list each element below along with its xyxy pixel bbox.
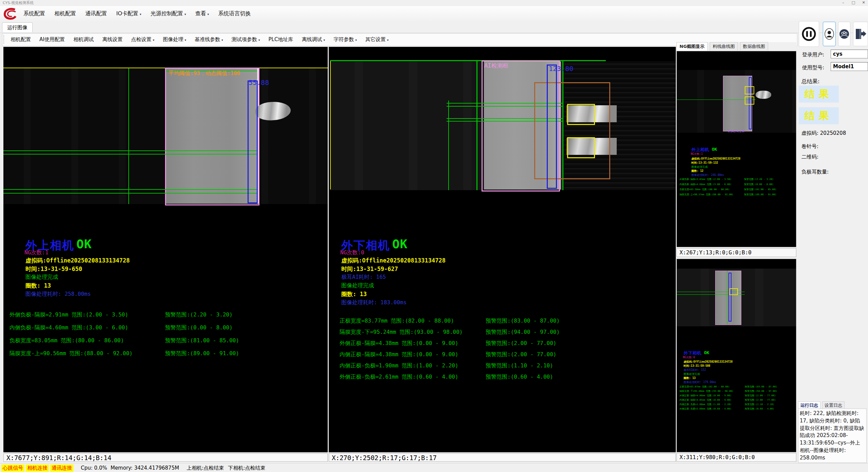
tab-ng-display[interactable]: NG截图显示 bbox=[676, 42, 708, 51]
menu-language-switch[interactable]: 系统语言切换 bbox=[218, 6, 251, 21]
measurement-warn-range: 预警范围:(94.00 - 97.00) bbox=[745, 389, 777, 393]
app-window: CYS-视觉检测系统 – □ ✕ 系统配置 相机配置 通讯配置 IO卡配置▾ 光… bbox=[0, 0, 868, 472]
minimize-button[interactable]: – bbox=[838, 0, 848, 6]
guide-line bbox=[3, 150, 257, 151]
metal-tab-image bbox=[756, 91, 771, 99]
measurement-row: 外侧负极-隔膜=2.91mm 范围:(2.00 - 3.50) 预警范围:(2.… bbox=[10, 311, 128, 319]
tab-run-log[interactable]: 运行日志 bbox=[798, 401, 820, 409]
tool-camera-debug[interactable]: 相机调试 bbox=[73, 34, 94, 45]
tab-run-image[interactable]: 运行图像 bbox=[2, 22, 33, 32]
menu-view[interactable]: 查看▾ bbox=[195, 6, 209, 22]
toolbar-grip[interactable] bbox=[3, 35, 5, 44]
threshold-label: 平均阈值:93，动态阈值:100 bbox=[168, 70, 240, 77]
measurement-row: 内侧正极-隔膜=4.38mm 范围:(0.00 - 9.00) 预警范围:(2.… bbox=[340, 351, 458, 358]
tool-test-item-params[interactable]: 测试项参数▾ bbox=[232, 34, 260, 46]
tool-spot-check-settings[interactable]: 点检设置▾ bbox=[131, 34, 155, 46]
guide-line bbox=[677, 99, 756, 100]
tool-offline-settings[interactable]: 离线设置 bbox=[102, 34, 123, 45]
tool-char-params[interactable]: 字符参数▾ bbox=[333, 34, 357, 46]
menu-comm-config[interactable]: 通讯配置 bbox=[85, 6, 107, 21]
measurement-value: 外侧正极-隔膜=4.08mm 范围:(0.00 - 9.00) bbox=[680, 394, 731, 397]
processing-done: 图像处理完成 bbox=[691, 165, 708, 169]
login-user-input[interactable]: cys bbox=[831, 50, 868, 58]
ng-count: NG次数:0 bbox=[683, 356, 695, 359]
menu-light-control-config[interactable]: 光源控制配置▾ bbox=[150, 6, 186, 22]
processing-done: 图像处理完成 bbox=[341, 282, 374, 289]
measurement-warn-range: 预警范围:(94.00 - 97.00) bbox=[486, 329, 560, 336]
roll-needle-label: 卷针号: bbox=[801, 143, 818, 150]
measurement-row: 内侧正极-隔膜=4.05mm 范围:(0.00 - 9.00) 预警范围:(2.… bbox=[680, 398, 731, 402]
capture-time: 时间:13-31-59-508 bbox=[684, 364, 710, 368]
measurement-warn-range: 预警范围:(2.00 - 77.00) bbox=[745, 398, 776, 402]
tab-settings-log[interactable]: 设置日志 bbox=[822, 401, 845, 409]
tool-baseline-params[interactable]: 基准线参数▾ bbox=[195, 34, 223, 46]
ng-thumb1-coords: X:267;Y:13;R:0;G:0;B:0 bbox=[676, 248, 796, 257]
pause-icon bbox=[801, 26, 817, 42]
measurement-value: 内侧正极-负极=1.90mm 范围:(1.00 - 2.20) bbox=[340, 362, 458, 369]
ng-count: NG次数:0 bbox=[340, 249, 364, 256]
virtual-code-field: 虚拟码: 20250208 bbox=[801, 130, 846, 137]
guide-line bbox=[727, 271, 727, 324]
model-input[interactable]: Model1 bbox=[831, 62, 868, 71]
menu-camera-config[interactable]: 相机配置 bbox=[54, 6, 76, 21]
model-label: 使用型号: bbox=[802, 65, 824, 71]
ng-thumbnail-lower[interactable]: 外下相机 OK NG次数:0 虚拟码:Offline20250208133134… bbox=[676, 259, 796, 452]
processing-done: 图像处理完成 bbox=[684, 372, 700, 376]
measurement-value: 隔膜宽度-下=95.40mm 范围:(93.00 - 98.00) bbox=[680, 390, 734, 393]
dropdown-caret-icon: ▾ bbox=[207, 13, 209, 16]
width-value-label: 55.88 bbox=[249, 78, 269, 87]
users-button[interactable] bbox=[838, 22, 850, 46]
tool-plc-address-lib[interactable]: PLC地址库 bbox=[269, 34, 293, 45]
defect-roi-box bbox=[534, 82, 610, 179]
tab-material-curve[interactable]: 料线曲线图 bbox=[710, 42, 738, 51]
close-button[interactable]: ✕ bbox=[858, 0, 868, 6]
width-measure-box bbox=[728, 273, 731, 322]
menu-system-config[interactable]: 系统配置 bbox=[23, 6, 45, 21]
camera-result-ok: OK bbox=[392, 237, 408, 251]
tool-image-processing[interactable]: 图像处理▾ bbox=[163, 34, 186, 46]
run-log-text[interactable]: 耗时: 222, 缺陷检测耗时: 17, 缺陷分类耗时: 0, 缺陷提取分区耗时… bbox=[798, 409, 867, 463]
measurement-warn-range: 预警范围:(2.00 - 77.00) bbox=[486, 351, 557, 358]
measurement-row: 内侧正极-负极=1.80mm 范围:(1.00 - 2.20) 预警范围:(1.… bbox=[680, 403, 731, 406]
virtual-code: 虚拟码:Offline20250208133134728 bbox=[691, 157, 740, 161]
measurement-value: 正极宽度=83.77mm 范围:(82.00 - 88.00) bbox=[340, 317, 454, 324]
tool-camera-config[interactable]: 相机配置 bbox=[11, 34, 31, 45]
pause-button[interactable] bbox=[799, 21, 819, 47]
processing-elapsed: 图像处理耗时: 183.00ms bbox=[341, 299, 406, 306]
logout-button[interactable] bbox=[853, 22, 868, 46]
measurement-row: 正极宽度=83.77mm 范围:(82.00 - 88.00) 预警范围:(83… bbox=[340, 317, 454, 325]
measurement-value: 内侧负极-隔膜=4.60mm 范围:(3.00 - 6.00) bbox=[10, 324, 128, 331]
measurement-warn-range: 预警范围:(1.10 - 2.10) bbox=[486, 362, 553, 369]
ng-thumbnail-upper[interactable]: X:641 A:1:M 外上相机 OK NG次数:1 虚拟码:Offline20… bbox=[676, 51, 796, 247]
app-logo-icon bbox=[3, 7, 18, 20]
qr-code-label: 二维码: bbox=[801, 154, 818, 160]
axis-label: X:641 A:1:M bbox=[728, 130, 744, 133]
measurement-row: 外侧正极-负极=2.60mm 范围:(0.60 - 4.00) 预警范围:(0.… bbox=[680, 407, 731, 411]
maximize-button[interactable]: □ bbox=[848, 0, 858, 6]
measurement-value: 正极宽度=83.07mm 范围:(82.00 - 88.00) bbox=[680, 385, 729, 388]
guide-line bbox=[3, 189, 257, 190]
measurement-row: 外侧负极-隔膜=3.03mm 范围:(2.00 - 3.50) 预警范围:(2.… bbox=[680, 178, 731, 181]
tab-ai-elapsed: 极耳AI耗时: 152 bbox=[684, 368, 706, 372]
virtual-code: 虚拟码:Offline20250208133134728 bbox=[341, 257, 446, 265]
measurement-value: 隔膜宽度-上=90.56mm 范围:(88.00 - 92.00) bbox=[10, 350, 132, 357]
measurement-value: 内侧正极-负极=1.80mm 范围:(1.00 - 2.20) bbox=[680, 403, 731, 406]
camera-result-ok: OK bbox=[76, 237, 92, 251]
tab-data-curve[interactable]: 数据曲线图 bbox=[740, 42, 768, 51]
measurement-row: 外侧正极-负极=2.61mm 范围:(0.60 - 4.00) 预警范围:(0.… bbox=[340, 374, 458, 381]
user-button[interactable] bbox=[823, 22, 836, 46]
loop-count: 圈数: 13 bbox=[684, 376, 695, 380]
measurement-row: 隔膜宽度-上=90.57mm 范围:(88.00 - 92.00) 预警范围:(… bbox=[680, 193, 734, 196]
measurement-warn-range: 预警范围:(1.10 - 2.10) bbox=[745, 403, 774, 406]
guide-line bbox=[128, 68, 129, 204]
left-camera-view[interactable]: 55.88 平均阈值:93，动态阈值:100 外上相机 OK NG次数:1 虚拟… bbox=[3, 47, 328, 452]
right-camera-view[interactable]: AI检测框 123.80 外下相机 OK NG次数:0 虚拟码:Offline2… bbox=[329, 47, 676, 452]
tool-ai-usage-config[interactable]: AI使用配置 bbox=[39, 34, 65, 45]
tool-other-settings[interactable]: 其它设置▾ bbox=[365, 34, 389, 46]
measurement-value: 外侧负极-隔膜=3.03mm 范围:(2.00 - 3.50) bbox=[680, 178, 731, 181]
capture-time: 时间:13-31-59-132 bbox=[691, 161, 718, 165]
virtual-code: 虚拟码:Offline20250208133134728 bbox=[25, 257, 130, 265]
menu-io-card-config[interactable]: IO卡配置▾ bbox=[116, 6, 141, 22]
left-camera-coords: X:7677;Y:891;R:14;G:14;B:14 bbox=[3, 453, 328, 462]
tool-offline-debug[interactable]: 离线调试▾ bbox=[302, 34, 325, 46]
